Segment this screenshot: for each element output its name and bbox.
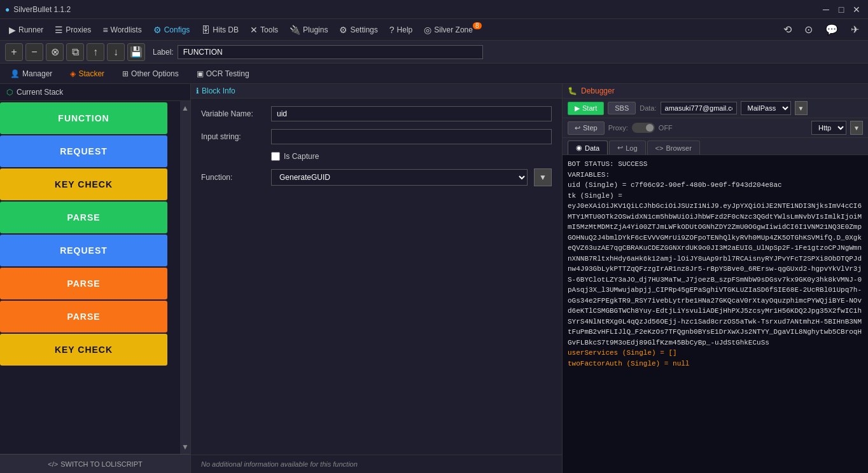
- menu-plugins[interactable]: 🔌 Plugins: [284, 22, 333, 38]
- copy-button[interactable]: ⧉: [66, 43, 84, 61]
- menu-silverzone-label: Silver Zone: [434, 25, 473, 34]
- proxy-toggle[interactable]: [632, 123, 655, 133]
- telegram-icon[interactable]: ✈: [846, 21, 864, 38]
- proxy-off-label: OFF: [659, 124, 673, 132]
- menu-wordlists[interactable]: ≡ Wordlists: [97, 22, 146, 38]
- menu-configs-label: Configs: [164, 25, 190, 34]
- tab-browser[interactable]: <> Browser: [647, 141, 700, 154]
- label-input[interactable]: [178, 45, 483, 59]
- input-string-input[interactable]: [271, 129, 552, 144]
- data-tab-icon: ◉: [576, 144, 582, 152]
- discord-icon[interactable]: 💬: [820, 21, 843, 38]
- configs-icon: ⚙: [153, 25, 162, 35]
- subtoolbar-ocr-testing[interactable]: ▣ OCR Testing: [193, 67, 253, 81]
- move-down-button[interactable]: ↓: [107, 43, 125, 61]
- start-button[interactable]: ▶ Start: [568, 102, 604, 115]
- current-stack-header: ⬡ Current Stack: [0, 84, 190, 101]
- data-input[interactable]: [661, 102, 737, 114]
- data-type-select[interactable]: MailPass: [741, 101, 791, 115]
- toolbar: + − ⊗ ⧉ ↑ ↓ 💾 Label:: [0, 41, 868, 64]
- blocks-container: FUNCTION REQUEST KEY CHECK PARSE REQUEST…: [0, 101, 190, 454]
- menu-runner[interactable]: ▶ Runner: [4, 22, 48, 38]
- cancel-button[interactable]: ⊗: [46, 43, 64, 61]
- browser-tab-icon: <>: [655, 144, 664, 152]
- debugger-title: Debugger: [581, 86, 615, 95]
- proxies-icon: ☰: [55, 25, 63, 35]
- block-request1[interactable]: REQUEST: [0, 135, 167, 167]
- history-icon[interactable]: ⟲: [778, 21, 797, 38]
- blocks-scroll[interactable]: FUNCTION REQUEST KEY CHECK PARSE REQUEST…: [0, 101, 180, 454]
- ocr-testing-icon: ▣: [197, 69, 204, 78]
- browser-tab-label: Browser: [666, 144, 691, 152]
- titlebar-controls: ─ □ ✕: [820, 3, 863, 16]
- maximize-button[interactable]: □: [835, 3, 848, 16]
- app-title: SilverBullet 1.1.2: [13, 5, 71, 14]
- help-icon: ?: [389, 25, 395, 35]
- menu-proxies[interactable]: ☰ Proxies: [50, 22, 96, 38]
- function-select[interactable]: GenerateGUID: [271, 169, 528, 186]
- scroll-down-arrow[interactable]: ▼: [179, 440, 190, 454]
- close-button[interactable]: ✕: [850, 3, 863, 16]
- menu-settings[interactable]: ⚙ Settings: [334, 22, 382, 38]
- center-panel: ℹ Block Info Variable Name: Input string…: [191, 84, 563, 473]
- data-type-dropdown[interactable]: ▼: [795, 101, 808, 115]
- start-label: Start: [582, 104, 597, 112]
- proxy-toggle-knob: [646, 124, 654, 132]
- left-panel: ⬡ Current Stack FUNCTION REQUEST KEY CHE…: [0, 84, 191, 473]
- block-function1[interactable]: FUNCTION: [0, 102, 167, 134]
- subtoolbar-stacker[interactable]: ◈ Stacker: [66, 67, 108, 81]
- switch-loliscript-button[interactable]: </> SWITCH TO LOLISCRIPT: [0, 454, 190, 473]
- other-options-icon: ⊞: [122, 69, 129, 78]
- tab-log[interactable]: ↩ Log: [609, 141, 645, 154]
- titlebar-left: ● SilverBullet 1.1.2: [5, 5, 71, 14]
- runner-icon: ▶: [9, 25, 16, 35]
- two-factor-line: twoFactorAuth (Single) = null: [568, 359, 863, 369]
- variables-header: VARIABLES:: [568, 170, 863, 181]
- block-keycheck1[interactable]: KEY CHECK: [0, 168, 167, 200]
- menu-silverzone[interactable]: ◎ Silver Zone 8: [419, 22, 489, 38]
- menu-tools[interactable]: ✕ Tools: [245, 22, 283, 38]
- minimize-button[interactable]: ─: [820, 3, 832, 16]
- center-footer: No additional information available for …: [191, 455, 562, 473]
- step-button[interactable]: ↩ Step: [568, 121, 605, 135]
- subtoolbar: 👤 Manager ◈ Stacker ⊞ Other Options ▣ OC…: [0, 64, 868, 84]
- menu-configs[interactable]: ⚙ Configs: [148, 22, 195, 38]
- remove-button[interactable]: −: [25, 43, 43, 61]
- step-label: Step: [583, 124, 598, 132]
- log-content[interactable]: BOT STATUS: SUCCESS VARIABLES: uid (Sing…: [563, 155, 868, 473]
- proxy-type-dropdown[interactable]: ▼: [850, 121, 863, 135]
- save-button[interactable]: 💾: [127, 43, 145, 61]
- block-parse3[interactable]: PARSE: [0, 301, 167, 332]
- ocr-testing-label: OCR Testing: [206, 69, 249, 78]
- wordlists-icon: ≡: [102, 25, 108, 35]
- block-request2[interactable]: REQUEST: [0, 235, 167, 266]
- subtoolbar-other-options[interactable]: ⊞ Other Options: [118, 67, 183, 81]
- variable-name-input[interactable]: [271, 106, 552, 121]
- menubar: ▶ Runner ☰ Proxies ≡ Wordlists ⚙ Configs…: [0, 19, 868, 41]
- block-parse1[interactable]: PARSE: [0, 202, 167, 233]
- step-icon: ↩: [575, 124, 580, 132]
- menu-hitsdb[interactable]: 🗄 Hits DB: [196, 22, 244, 38]
- sbs-label: SBS: [615, 104, 629, 112]
- tab-data[interactable]: ◉ Data: [568, 141, 608, 154]
- block-parse2[interactable]: PARSE: [0, 268, 167, 299]
- function-dropdown-btn[interactable]: ▼: [534, 168, 552, 186]
- manager-icon: 👤: [10, 69, 20, 78]
- debugger-header: 🐛 Debugger: [563, 84, 868, 99]
- menu-help[interactable]: ? Help: [384, 22, 417, 38]
- sbs-button[interactable]: SBS: [608, 102, 636, 114]
- add-button[interactable]: +: [5, 43, 23, 61]
- is-capture-checkbox[interactable]: [271, 152, 280, 161]
- block-keycheck2[interactable]: KEY CHECK: [0, 334, 167, 366]
- silverzone-badge: 8: [473, 22, 482, 29]
- bot-status-line: BOT STATUS: SUCCESS: [568, 159, 863, 170]
- move-up-button[interactable]: ↑: [87, 43, 104, 61]
- scroll-up-arrow[interactable]: ▲: [179, 101, 190, 115]
- bot-status-text: BOT STATUS: SUCCESS: [568, 160, 647, 168]
- menu-plugins-label: Plugins: [303, 25, 328, 34]
- proxy-type-select[interactable]: Http: [811, 121, 846, 135]
- controls-bar: ▶ Start SBS Data: MailPass ▼: [563, 99, 868, 118]
- search-icon[interactable]: ⊙: [799, 21, 818, 38]
- subtoolbar-manager[interactable]: 👤 Manager: [6, 67, 56, 81]
- main-layout: ⬡ Current Stack FUNCTION REQUEST KEY CHE…: [0, 84, 868, 473]
